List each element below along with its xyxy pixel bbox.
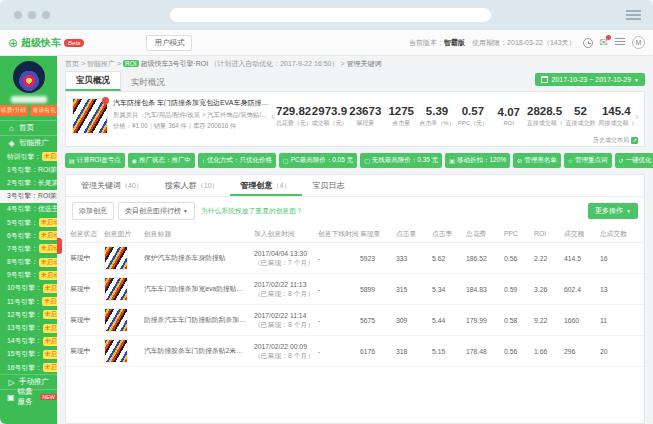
- shop-logo: [13, 61, 45, 93]
- stat-impressions: 23673展现量: [347, 105, 383, 128]
- sidebar-engine-9[interactable]: 9号引擎：未启动: [0, 269, 57, 282]
- url-bar[interactable]: [170, 8, 491, 22]
- panel-tabs: 管理关键词（40） 搜索人群（10） 管理创意（4） 宝贝日志: [66, 175, 644, 197]
- list-menu-icon[interactable]: [615, 38, 625, 47]
- sidebar-engine-8[interactable]: 8号引擎：未启动: [0, 256, 57, 269]
- sidebar-engine-1[interactable]: 1号引擎：ROI策略: [0, 163, 57, 176]
- mobile-discount-button[interactable]: ▣移动折扣：120%: [445, 153, 510, 168]
- status-badge: 展现中: [70, 284, 104, 294]
- one-click-optimize-button[interactable]: ↺一键优化: [615, 153, 653, 168]
- user-mode-button[interactable]: 用户模式: [146, 35, 192, 51]
- tab-keywords[interactable]: 管理关键词（40）: [70, 175, 154, 196]
- promo-status-button[interactable]: ◉推广状态：推广中: [128, 153, 195, 168]
- sidebar: 续费/升级 邀请有礼 ⌂首页 ◈智能推广 特训引擎：未启动 1号引擎：ROI策略…: [0, 56, 57, 424]
- sidebar-engine-7[interactable]: 7号引擎：未启动: [0, 242, 57, 255]
- refresh-icon: ↺: [619, 157, 624, 164]
- not-started-badge: 未启动: [43, 324, 57, 333]
- stat-clicks: 1275点击量: [383, 105, 419, 128]
- sidebar-engine-15[interactable]: 15号引擎：未启动: [0, 348, 57, 361]
- sidebar-engine-13[interactable]: 13号引擎：未启动: [0, 321, 57, 334]
- breadcrumb-home[interactable]: 首页: [65, 60, 79, 67]
- stat-ctr: 5.39点击率（%）: [419, 105, 455, 128]
- new-badge: NEW: [40, 394, 57, 400]
- tab-item-overview[interactable]: 宝贝概况: [65, 71, 121, 91]
- key-words-button[interactable]: ☆管理重点词: [564, 153, 612, 168]
- home-icon: ⌂: [7, 124, 16, 133]
- avatar[interactable]: M: [632, 36, 645, 49]
- breadcrumb-campaign[interactable]: 超级快车3号引擎·ROI: [141, 60, 209, 67]
- roi-badge: ROI: [123, 60, 139, 67]
- not-started-badge: 未启动: [43, 310, 57, 319]
- calc-roi-button[interactable]: ▤计算ROI盈亏点: [65, 153, 125, 168]
- not-started-badge: 未启动: [39, 218, 57, 227]
- sidebar-engine-6[interactable]: 6号引擎：未启动: [0, 229, 57, 242]
- renew-badge[interactable]: 续费/升级: [0, 105, 28, 116]
- status-badge: 展现中: [70, 253, 104, 263]
- optimize-mode-button[interactable]: ↕优化方式：只优化价格: [198, 153, 276, 168]
- duplicate-creative-help-link[interactable]: 为什么系统投放了重复的创意图？: [201, 206, 303, 216]
- table-row[interactable]: 展现中 汽车车门防撞条加宽eva防撞贴防擦撞痕车行 2017/02/22 11:…: [66, 274, 644, 305]
- blacklist-button[interactable]: ⊘管理黑名单: [513, 153, 561, 168]
- history-link[interactable]: 历史成交布局↗: [593, 136, 638, 145]
- stat-ppc: 0.57PPC（元）: [455, 105, 491, 128]
- date-range-button[interactable]: 2017-10-23 ~ 2017-10-29 ▼: [535, 73, 645, 86]
- tab-realtime-overview[interactable]: 实时概况: [121, 74, 175, 91]
- creative-rank-button[interactable]: 类目创意图排行榜▼: [118, 202, 195, 220]
- sidebar-engine-4[interactable]: 4号引擎：优选主图: [0, 203, 57, 216]
- notification-badge: [606, 35, 611, 40]
- optimize-icon: ↕: [202, 158, 205, 164]
- app-logo: 超级快车: [21, 36, 61, 50]
- sidebar-engine-11[interactable]: 11号引擎：未启动: [0, 295, 57, 308]
- sidebar-engine-3-active[interactable]: 3号引擎：ROI策略: [0, 190, 57, 203]
- sidebar-engine-12[interactable]: 12号引擎：未启动: [0, 308, 57, 321]
- stat-direct-orders: 52直接成交数: [563, 105, 599, 128]
- breadcrumb-section[interactable]: 智能推广: [87, 60, 115, 67]
- sidebar-engine-special[interactable]: 特训引擎：未启动: [0, 150, 57, 163]
- tab-creatives[interactable]: 管理创意（4）: [230, 175, 302, 196]
- main-content: 首页 > 智能推广 > ROI 超级快车3号引擎·ROI （计划进入自动优化：2…: [57, 56, 653, 424]
- sidebar-engine-16[interactable]: 16号引擎：未启动: [0, 361, 57, 374]
- window-dot-icon[interactable]: [14, 11, 22, 19]
- table-row[interactable]: 展现中 汽车防撞胶条车门防撞条贴2米车身车行 2017/02/22 00:09（…: [66, 336, 644, 367]
- sidebar-item-tips-service[interactable]: ▣锦囊服务NEW: [0, 389, 57, 404]
- tips-service-icon: ▣: [7, 393, 15, 402]
- window-controls: [14, 11, 50, 19]
- tab-item-log[interactable]: 宝贝日志: [302, 175, 356, 196]
- sidebar-engine-2[interactable]: 2号引擎：长尾策略: [0, 176, 57, 189]
- creative-image: [104, 308, 128, 332]
- mail-icon[interactable]: ✉: [600, 38, 608, 48]
- chevron-down-icon: ▼: [183, 208, 188, 214]
- sidebar-engine-14[interactable]: 14号引擎：未启动: [0, 335, 57, 348]
- clock-icon[interactable]: [583, 38, 593, 48]
- breadcrumb-note: （计划进入自动优化：2017-9-22 16:50）: [210, 60, 338, 67]
- add-creative-button[interactable]: 添加创意: [72, 202, 114, 220]
- table-row[interactable]: 展现中 防撞条汽车车门防撞贴防刮条加厚防撞胶条 2017/02/22 11:14…: [66, 305, 644, 336]
- sidebar-engine-5[interactable]: 5号引擎：未启动: [0, 216, 57, 229]
- window-dot-icon[interactable]: [42, 11, 50, 19]
- table-row[interactable]: 展现中 保护汽车防撞条车身防撞贴 2017/04/04 13:30（已展现：7 …: [66, 243, 644, 274]
- blacklist-icon: ⊘: [517, 157, 522, 164]
- not-started-badge: 未启动: [39, 271, 57, 280]
- sidebar-item-smart-promo[interactable]: ◈智能推广: [0, 135, 57, 150]
- tab-audience[interactable]: 搜索人群（10）: [154, 175, 230, 196]
- mobile-price-cap-button[interactable]: ▢无线最高限价：0.35 元: [360, 153, 442, 168]
- breadcrumb: 首页 > 智能推广 > ROI 超级快车3号引擎·ROI （计划进入自动优化：2…: [57, 56, 653, 71]
- not-started-badge: 未启动: [39, 231, 57, 240]
- more-actions-button[interactable]: 更多操作▼: [588, 203, 638, 219]
- history-icon: ↗: [631, 137, 638, 144]
- manual-promo-icon: ▷: [7, 378, 16, 387]
- invite-badge[interactable]: 邀请有礼: [30, 105, 57, 116]
- campaign-toolbar: ▤计算ROI盈亏点 ◉推广状态：推广中 ↕优化方式：只优化价格 ▢PC最高限价：…: [65, 153, 645, 168]
- stat-roi: 4.07ROI: [491, 106, 527, 126]
- feedback-tab[interactable]: [57, 238, 62, 254]
- window-dot-icon[interactable]: [28, 11, 36, 19]
- carousel-next-icon[interactable]: ›: [634, 110, 640, 122]
- browser-menu-icon[interactable]: [626, 10, 641, 22]
- creative-image: [104, 246, 128, 270]
- sidebar-item-home[interactable]: ⌂首页: [0, 120, 57, 135]
- product-meta: 价格：¥1.00｜销量 364 件｜库存 200616 件: [113, 122, 270, 131]
- sidebar-engine-10[interactable]: 10号引擎：未启动: [0, 282, 57, 295]
- pc-price-cap-button[interactable]: ▢PC最高限价：0.05 元: [279, 153, 357, 168]
- table-header: 创意状态创意图片 创意标题加入创意时间 创意下线时间展现量 点击量点击率 总花费…: [66, 225, 644, 243]
- chevron-down-icon: ▼: [626, 208, 631, 214]
